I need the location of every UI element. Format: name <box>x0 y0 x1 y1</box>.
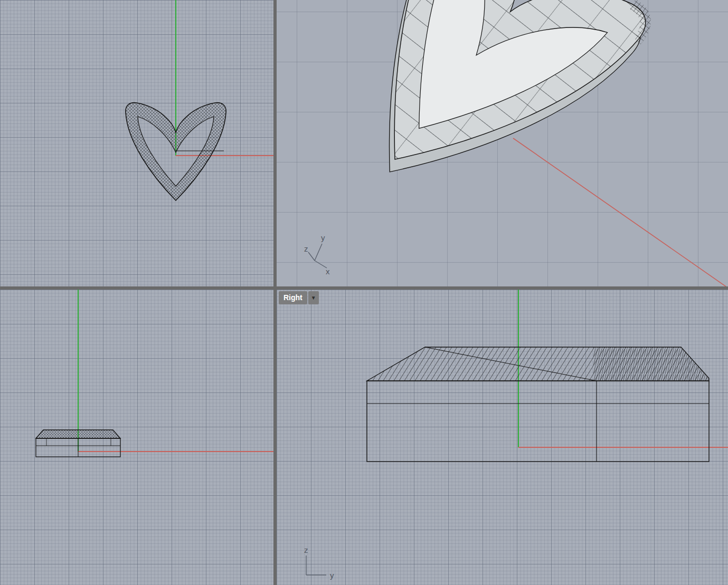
heart-model-right-view[interactable]: z y <box>277 290 728 585</box>
four-viewport-workspace: y z x Righ <box>0 0 728 585</box>
viewport-divider-vertical[interactable] <box>273 0 277 585</box>
gizmo-y-label: y <box>321 233 325 242</box>
heart-model-top-view[interactable] <box>0 0 273 286</box>
viewport-top-view[interactable] <box>0 0 273 286</box>
heart-model-perspective[interactable] <box>294 0 657 244</box>
heart-front-profile <box>36 430 120 457</box>
gizmo-z-label: z <box>304 545 308 554</box>
gizmo-x-label: x <box>326 267 330 276</box>
viewport-menu-button[interactable]: ▼ <box>308 291 319 304</box>
heart-model-front-view[interactable] <box>0 290 273 585</box>
perspective-axis-gizmo: y z x <box>304 233 330 276</box>
heart-right-profile <box>367 347 709 462</box>
x-axis-line <box>513 138 728 286</box>
right-axis-gizmo: z y <box>304 545 334 580</box>
slab-top-mesh-band <box>36 430 120 438</box>
gizmo-y-label: y <box>330 571 334 580</box>
viewport-perspective-view[interactable]: y z x <box>277 0 728 286</box>
viewport-right-view[interactable]: Right ▼ <box>277 290 728 585</box>
heart-wireframe <box>126 103 226 200</box>
viewport-front-view[interactable] <box>0 290 273 585</box>
chevron-down-icon: ▼ <box>311 295 316 301</box>
gizmo-z-label: z <box>304 244 308 253</box>
viewport-title[interactable]: Right <box>279 291 307 304</box>
perspective-scene[interactable]: y z x <box>277 0 728 286</box>
viewport-divider-horizontal[interactable] <box>0 286 728 290</box>
viewport-title-badge[interactable]: Right ▼ <box>279 291 319 304</box>
profile-top-dense-mesh <box>593 347 709 381</box>
profile-body <box>367 381 709 462</box>
